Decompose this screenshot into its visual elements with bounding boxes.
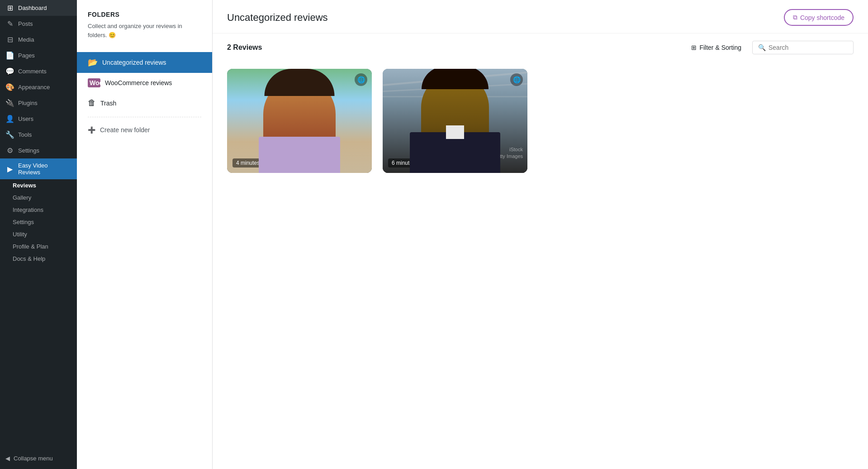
sidebar-item-media[interactable]: ⊟ Media <box>0 32 77 48</box>
sidebar-sub-reviews[interactable]: Reviews <box>0 179 77 191</box>
sidebar-item-settings[interactable]: ⚙ Settings <box>0 143 77 158</box>
sidebar-item-tools[interactable]: 🔧 Tools <box>0 127 77 143</box>
posts-icon: ✎ <box>5 19 14 28</box>
collapse-menu[interactable]: ◀ Collapse menu <box>0 451 77 465</box>
filter-icon: ⊞ <box>691 44 697 51</box>
folder-item-woocommerce[interactable]: Woo WooCommerce reviews <box>77 73 212 93</box>
folders-panel: FOLDERS Collect and organize your review… <box>77 0 213 469</box>
search-box: 🔍 <box>752 41 854 54</box>
video-globe-icon-2: 🌐 <box>510 73 523 86</box>
sidebar-item-users[interactable]: 👤 Users <box>0 111 77 127</box>
media-icon: ⊟ <box>5 35 14 44</box>
easy-video-reviews-icon: ▶ <box>5 165 14 173</box>
folders-title: FOLDERS <box>88 11 201 18</box>
copy-icon: ⧉ <box>793 14 797 21</box>
plugins-icon: 🔌 <box>5 99 14 107</box>
main-title: Uncategorized reviews <box>227 12 328 24</box>
folder-divider <box>88 117 201 117</box>
video-card-1[interactable]: 🌐 ▶ 4 minutes ago <box>227 69 372 173</box>
create-folder-icon: ➕ <box>88 126 95 134</box>
pages-icon: 📄 <box>5 51 14 60</box>
create-new-folder[interactable]: ➕ Create new folder <box>77 121 212 139</box>
copy-shortcode-button[interactable]: ⧉ Copy shortcode <box>784 9 854 26</box>
sidebar-sub-integrations[interactable]: Integrations <box>0 204 77 216</box>
search-input[interactable] <box>768 44 848 51</box>
sidebar-item-appearance[interactable]: 🎨 Appearance <box>0 79 77 95</box>
video-thumbnail-1 <box>227 69 372 173</box>
sidebar-item-comments[interactable]: 💬 Comments <box>0 63 77 79</box>
filter-sorting-button[interactable]: ⊞ Filter & Sorting <box>691 44 741 51</box>
collapse-icon: ◀ <box>5 455 10 462</box>
video-grid: 🌐 ▶ 4 minutes ago 🌐 <box>213 62 868 187</box>
appearance-icon: 🎨 <box>5 83 14 91</box>
folder-uncategorized-icon: 📂 <box>88 57 98 67</box>
toolbar-right: ⊞ Filter & Sorting 🔍 <box>691 41 854 54</box>
sidebar-sub-docs-help[interactable]: Docs & Help <box>0 253 77 265</box>
folders-header: FOLDERS Collect and organize your review… <box>77 11 212 43</box>
sidebar-item-posts[interactable]: ✎ Posts <box>0 16 77 32</box>
folders-description: Collect and organize your reviews in fol… <box>88 22 201 39</box>
reviews-count: 2 Reviews <box>227 43 262 52</box>
folder-woocommerce-icon: Woo <box>88 78 100 87</box>
main-content: Uncategorized reviews ⧉ Copy shortcode 2… <box>213 0 868 469</box>
settings-icon: ⚙ <box>5 146 14 155</box>
video-card-2[interactable]: 🌐 ▶ 6 minutes ago iStockby Getty Images <box>383 69 527 173</box>
tools-icon: 🔧 <box>5 130 14 139</box>
reviews-toolbar: 2 Reviews ⊞ Filter & Sorting 🔍 <box>213 34 868 62</box>
sidebar-item-dashboard[interactable]: ⊞ Dashboard <box>0 0 77 16</box>
sidebar-item-pages[interactable]: 📄 Pages <box>0 48 77 63</box>
video-globe-icon-1: 🌐 <box>355 73 367 86</box>
folder-item-trash[interactable]: 🗑 Trash <box>77 93 212 113</box>
folder-list: 📂 Uncategorized reviews Woo WooCommerce … <box>77 52 212 139</box>
sidebar-sub-gallery[interactable]: Gallery <box>0 191 77 204</box>
search-icon: 🔍 <box>758 44 766 51</box>
trash-icon: 🗑 <box>88 98 96 108</box>
folder-item-uncategorized[interactable]: 📂 Uncategorized reviews <box>77 52 212 73</box>
sidebar-sub-utility[interactable]: Utility <box>0 228 77 240</box>
main-header: Uncategorized reviews ⧉ Copy shortcode <box>213 0 868 34</box>
sidebar: ⊞ Dashboard ✎ Posts ⊟ Media 📄 Pages 💬 Co… <box>0 0 77 469</box>
comments-icon: 💬 <box>5 67 14 76</box>
sidebar-item-easy-video-reviews[interactable]: ▶ Easy Video Reviews <box>0 158 77 179</box>
users-icon: 👤 <box>5 115 14 123</box>
sidebar-item-plugins[interactable]: 🔌 Plugins <box>0 95 77 111</box>
sidebar-sub-settings[interactable]: Settings <box>0 216 77 228</box>
sidebar-sub-profile-plan[interactable]: Profile & Plan <box>0 240 77 253</box>
dashboard-icon: ⊞ <box>5 4 14 12</box>
